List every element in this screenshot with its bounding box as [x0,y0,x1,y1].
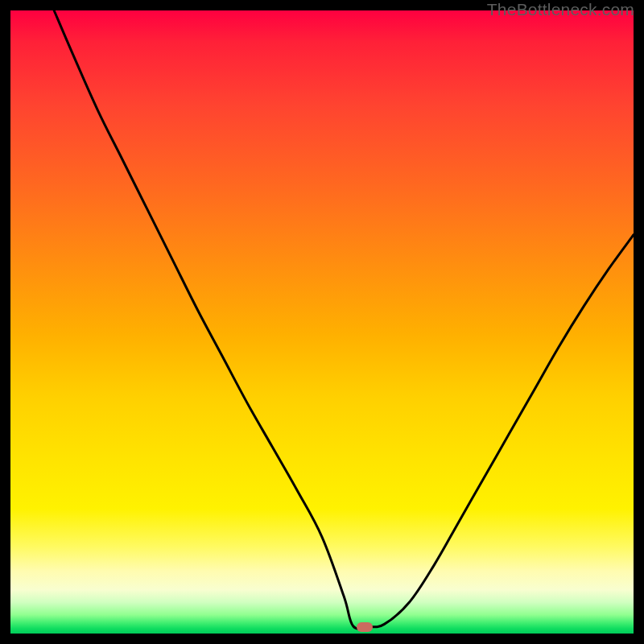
chart-canvas: TheBottleneck.com [0,0,644,644]
bottleneck-curve [10,10,634,634]
watermark-text: TheBottleneck.com [487,0,634,19]
optimal-point-marker [357,622,373,632]
